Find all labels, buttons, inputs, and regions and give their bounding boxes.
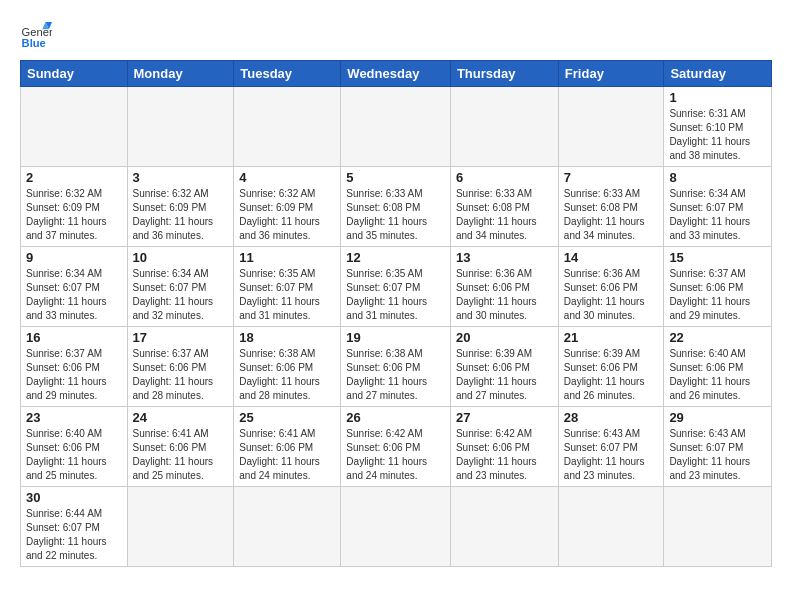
day-number: 3	[133, 170, 229, 185]
day-info: Sunrise: 6:32 AM Sunset: 6:09 PM Dayligh…	[26, 187, 122, 243]
day-number: 24	[133, 410, 229, 425]
day-number: 9	[26, 250, 122, 265]
day-info: Sunrise: 6:40 AM Sunset: 6:06 PM Dayligh…	[26, 427, 122, 483]
day-number: 27	[456, 410, 553, 425]
day-number: 7	[564, 170, 659, 185]
calendar-cell	[558, 87, 664, 167]
calendar-cell: 6Sunrise: 6:33 AM Sunset: 6:08 PM Daylig…	[450, 167, 558, 247]
calendar-cell: 12Sunrise: 6:35 AM Sunset: 6:07 PM Dayli…	[341, 247, 451, 327]
day-info: Sunrise: 6:44 AM Sunset: 6:07 PM Dayligh…	[26, 507, 122, 563]
weekday-friday: Friday	[558, 61, 664, 87]
calendar-cell: 9Sunrise: 6:34 AM Sunset: 6:07 PM Daylig…	[21, 247, 128, 327]
day-info: Sunrise: 6:35 AM Sunset: 6:07 PM Dayligh…	[239, 267, 335, 323]
day-number: 12	[346, 250, 445, 265]
day-info: Sunrise: 6:37 AM Sunset: 6:06 PM Dayligh…	[133, 347, 229, 403]
calendar-cell: 21Sunrise: 6:39 AM Sunset: 6:06 PM Dayli…	[558, 327, 664, 407]
day-info: Sunrise: 6:43 AM Sunset: 6:07 PM Dayligh…	[564, 427, 659, 483]
calendar-cell: 13Sunrise: 6:36 AM Sunset: 6:06 PM Dayli…	[450, 247, 558, 327]
calendar-cell: 19Sunrise: 6:38 AM Sunset: 6:06 PM Dayli…	[341, 327, 451, 407]
calendar-page: General Blue SundayMondayTuesdayWednesda…	[0, 0, 792, 612]
day-info: Sunrise: 6:38 AM Sunset: 6:06 PM Dayligh…	[346, 347, 445, 403]
day-number: 30	[26, 490, 122, 505]
day-number: 13	[456, 250, 553, 265]
calendar-cell: 27Sunrise: 6:42 AM Sunset: 6:06 PM Dayli…	[450, 407, 558, 487]
day-number: 4	[239, 170, 335, 185]
calendar-cell: 23Sunrise: 6:40 AM Sunset: 6:06 PM Dayli…	[21, 407, 128, 487]
calendar-cell: 24Sunrise: 6:41 AM Sunset: 6:06 PM Dayli…	[127, 407, 234, 487]
calendar-cell	[234, 87, 341, 167]
day-info: Sunrise: 6:39 AM Sunset: 6:06 PM Dayligh…	[456, 347, 553, 403]
calendar-cell: 2Sunrise: 6:32 AM Sunset: 6:09 PM Daylig…	[21, 167, 128, 247]
calendar-cell	[450, 487, 558, 567]
svg-text:Blue: Blue	[22, 37, 46, 49]
calendar-cell: 3Sunrise: 6:32 AM Sunset: 6:09 PM Daylig…	[127, 167, 234, 247]
calendar-cell	[664, 487, 772, 567]
day-number: 16	[26, 330, 122, 345]
calendar-cell: 8Sunrise: 6:34 AM Sunset: 6:07 PM Daylig…	[664, 167, 772, 247]
calendar-cell	[127, 487, 234, 567]
weekday-header-row: SundayMondayTuesdayWednesdayThursdayFrid…	[21, 61, 772, 87]
calendar-cell: 22Sunrise: 6:40 AM Sunset: 6:06 PM Dayli…	[664, 327, 772, 407]
day-info: Sunrise: 6:36 AM Sunset: 6:06 PM Dayligh…	[456, 267, 553, 323]
day-info: Sunrise: 6:41 AM Sunset: 6:06 PM Dayligh…	[133, 427, 229, 483]
header: General Blue	[20, 18, 772, 50]
calendar-cell: 20Sunrise: 6:39 AM Sunset: 6:06 PM Dayli…	[450, 327, 558, 407]
day-number: 25	[239, 410, 335, 425]
calendar-cell	[341, 87, 451, 167]
day-info: Sunrise: 6:37 AM Sunset: 6:06 PM Dayligh…	[26, 347, 122, 403]
calendar-cell: 29Sunrise: 6:43 AM Sunset: 6:07 PM Dayli…	[664, 407, 772, 487]
day-info: Sunrise: 6:43 AM Sunset: 6:07 PM Dayligh…	[669, 427, 766, 483]
weekday-monday: Monday	[127, 61, 234, 87]
day-info: Sunrise: 6:34 AM Sunset: 6:07 PM Dayligh…	[26, 267, 122, 323]
day-info: Sunrise: 6:32 AM Sunset: 6:09 PM Dayligh…	[239, 187, 335, 243]
day-info: Sunrise: 6:32 AM Sunset: 6:09 PM Dayligh…	[133, 187, 229, 243]
day-number: 21	[564, 330, 659, 345]
day-info: Sunrise: 6:36 AM Sunset: 6:06 PM Dayligh…	[564, 267, 659, 323]
day-info: Sunrise: 6:33 AM Sunset: 6:08 PM Dayligh…	[564, 187, 659, 243]
calendar-cell: 26Sunrise: 6:42 AM Sunset: 6:06 PM Dayli…	[341, 407, 451, 487]
calendar-cell: 14Sunrise: 6:36 AM Sunset: 6:06 PM Dayli…	[558, 247, 664, 327]
calendar-cell: 15Sunrise: 6:37 AM Sunset: 6:06 PM Dayli…	[664, 247, 772, 327]
day-info: Sunrise: 6:39 AM Sunset: 6:06 PM Dayligh…	[564, 347, 659, 403]
calendar-table: SundayMondayTuesdayWednesdayThursdayFrid…	[20, 60, 772, 567]
calendar-row-1: 1Sunrise: 6:31 AM Sunset: 6:10 PM Daylig…	[21, 87, 772, 167]
calendar-cell: 16Sunrise: 6:37 AM Sunset: 6:06 PM Dayli…	[21, 327, 128, 407]
day-number: 2	[26, 170, 122, 185]
calendar-row-3: 9Sunrise: 6:34 AM Sunset: 6:07 PM Daylig…	[21, 247, 772, 327]
day-number: 28	[564, 410, 659, 425]
day-info: Sunrise: 6:37 AM Sunset: 6:06 PM Dayligh…	[669, 267, 766, 323]
calendar-cell	[127, 87, 234, 167]
weekday-thursday: Thursday	[450, 61, 558, 87]
calendar-cell: 7Sunrise: 6:33 AM Sunset: 6:08 PM Daylig…	[558, 167, 664, 247]
calendar-cell: 10Sunrise: 6:34 AM Sunset: 6:07 PM Dayli…	[127, 247, 234, 327]
day-number: 11	[239, 250, 335, 265]
day-number: 1	[669, 90, 766, 105]
day-number: 8	[669, 170, 766, 185]
day-number: 17	[133, 330, 229, 345]
day-info: Sunrise: 6:42 AM Sunset: 6:06 PM Dayligh…	[456, 427, 553, 483]
day-info: Sunrise: 6:42 AM Sunset: 6:06 PM Dayligh…	[346, 427, 445, 483]
day-number: 14	[564, 250, 659, 265]
day-number: 18	[239, 330, 335, 345]
day-number: 22	[669, 330, 766, 345]
calendar-cell: 25Sunrise: 6:41 AM Sunset: 6:06 PM Dayli…	[234, 407, 341, 487]
day-info: Sunrise: 6:33 AM Sunset: 6:08 PM Dayligh…	[346, 187, 445, 243]
calendar-cell	[341, 487, 451, 567]
day-info: Sunrise: 6:35 AM Sunset: 6:07 PM Dayligh…	[346, 267, 445, 323]
day-info: Sunrise: 6:31 AM Sunset: 6:10 PM Dayligh…	[669, 107, 766, 163]
day-info: Sunrise: 6:34 AM Sunset: 6:07 PM Dayligh…	[669, 187, 766, 243]
calendar-cell: 11Sunrise: 6:35 AM Sunset: 6:07 PM Dayli…	[234, 247, 341, 327]
calendar-row-6: 30Sunrise: 6:44 AM Sunset: 6:07 PM Dayli…	[21, 487, 772, 567]
calendar-cell: 30Sunrise: 6:44 AM Sunset: 6:07 PM Dayli…	[21, 487, 128, 567]
day-info: Sunrise: 6:40 AM Sunset: 6:06 PM Dayligh…	[669, 347, 766, 403]
day-info: Sunrise: 6:38 AM Sunset: 6:06 PM Dayligh…	[239, 347, 335, 403]
calendar-cell: 17Sunrise: 6:37 AM Sunset: 6:06 PM Dayli…	[127, 327, 234, 407]
calendar-cell	[234, 487, 341, 567]
day-number: 5	[346, 170, 445, 185]
calendar-cell	[450, 87, 558, 167]
calendar-row-4: 16Sunrise: 6:37 AM Sunset: 6:06 PM Dayli…	[21, 327, 772, 407]
day-number: 15	[669, 250, 766, 265]
day-number: 10	[133, 250, 229, 265]
weekday-wednesday: Wednesday	[341, 61, 451, 87]
calendar-cell: 28Sunrise: 6:43 AM Sunset: 6:07 PM Dayli…	[558, 407, 664, 487]
